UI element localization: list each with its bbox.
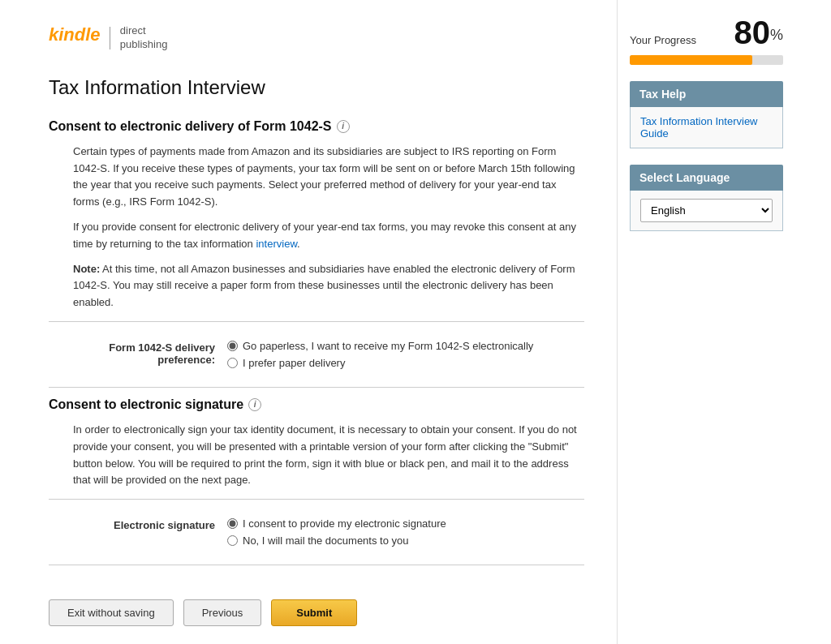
- section-electronic-signature: Consent to electronic signature i In ord…: [49, 397, 584, 565]
- logo: kindle direct publishing: [49, 24, 584, 52]
- section-electronic-delivery: Consent to electronic delivery of Form 1…: [49, 119, 584, 388]
- progress-bar-bg: [630, 55, 783, 65]
- exit-without-saving-button[interactable]: Exit without saving: [49, 599, 174, 626]
- progress-bar-fill: [630, 55, 752, 65]
- option-consent[interactable]: I consent to provide my electronic signa…: [227, 517, 584, 530]
- tax-help-body: Tax Information Interview Guide: [630, 107, 783, 148]
- electronic-signature-row: Electronic signature I consent to provid…: [49, 509, 584, 555]
- section2-info-icon[interactable]: i: [248, 398, 261, 411]
- progress-sup: %: [770, 27, 783, 43]
- section1-paragraph2: If you provide consent for electronic de…: [49, 219, 584, 253]
- section2-title: Consent to electronic signature i: [49, 397, 584, 412]
- option-paperless[interactable]: Go paperless, I want to receive my Form …: [227, 340, 584, 352]
- tax-help-section: Tax Help Tax Information Interview Guide: [630, 81, 783, 148]
- form1042s-options: Go paperless, I want to receive my Form …: [227, 340, 584, 369]
- interview-link[interactable]: interview: [256, 238, 297, 250]
- footer-buttons: Exit without saving Previous Submit: [49, 575, 584, 642]
- progress-percent: 80: [734, 15, 770, 50]
- select-lang-header: Select Language: [630, 165, 783, 191]
- page-title: Tax Information Interview: [49, 76, 584, 99]
- progress-section: Your Progress 80%: [630, 16, 783, 49]
- logo-divider: [110, 27, 110, 49]
- option-mail[interactable]: No, I will mail the documents to you: [227, 535, 584, 547]
- radio-paperless[interactable]: [227, 341, 238, 351]
- section1-title: Consent to electronic delivery of Form 1…: [49, 119, 584, 134]
- tax-help-link[interactable]: Tax Information Interview Guide: [640, 115, 758, 140]
- language-select[interactable]: English Spanish French German Japanese C…: [640, 199, 773, 222]
- logo-kindle: kindle: [49, 24, 101, 45]
- sidebar: Your Progress 80% Tax Help Tax Informati…: [617, 0, 795, 644]
- select-language-section: Select Language English Spanish French G…: [630, 165, 783, 231]
- option-paper[interactable]: I prefer paper delivery: [227, 357, 584, 369]
- logo-dp: direct publishing: [120, 24, 168, 52]
- divider4: [49, 565, 584, 565]
- divider3: [49, 499, 584, 500]
- divider2: [49, 387, 584, 388]
- section2-paragraph1: In order to electronically sign your tax…: [49, 422, 584, 489]
- progress-value-display: 80%: [734, 16, 783, 49]
- select-lang-body: English Spanish French German Japanese C…: [630, 191, 783, 231]
- radio-consent[interactable]: [227, 518, 238, 529]
- radio-mail[interactable]: [227, 535, 238, 546]
- section1-note: Note: At this time, not all Amazon busin…: [49, 261, 584, 311]
- submit-button[interactable]: Submit: [271, 599, 357, 626]
- radio-paper[interactable]: [227, 358, 238, 368]
- previous-button[interactable]: Previous: [183, 599, 262, 626]
- electronic-signature-label: Electronic signature: [49, 517, 227, 531]
- progress-label-text: Your Progress: [630, 34, 696, 46]
- section1-info-icon[interactable]: i: [337, 120, 350, 133]
- divider1: [49, 321, 584, 322]
- form1042s-label: Form 1042-S delivery preference:: [49, 340, 227, 366]
- signature-options: I consent to provide my electronic signa…: [227, 517, 584, 547]
- form1042s-delivery-row: Form 1042-S delivery preference: Go pape…: [49, 332, 584, 377]
- tax-help-header: Tax Help: [630, 81, 783, 107]
- section1-paragraph1: Certain types of payments made from Amaz…: [49, 144, 584, 211]
